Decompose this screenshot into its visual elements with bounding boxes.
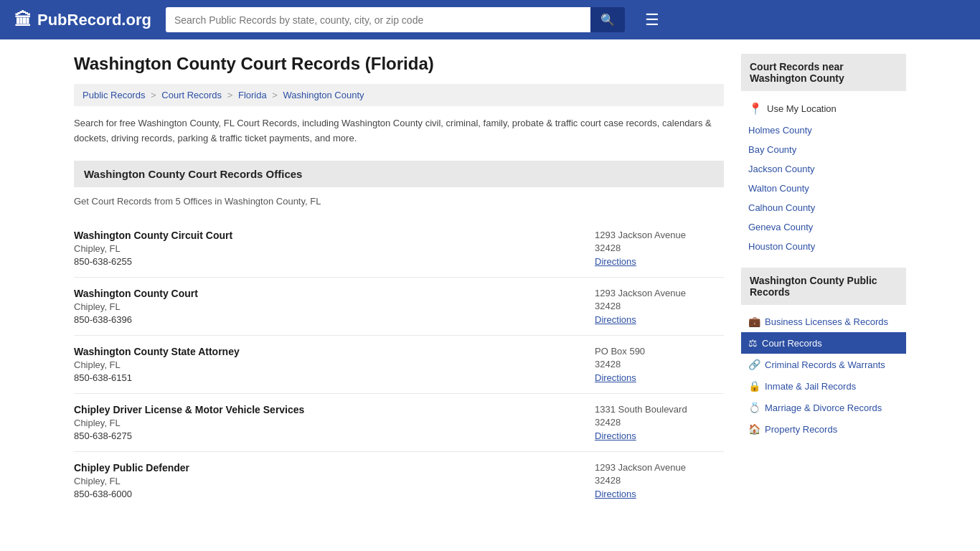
use-location-label: Use My Location [767, 103, 837, 114]
office-right: 1331 South Boulevard 32428 Directions [595, 404, 724, 441]
record-icon: ⚖ [748, 337, 758, 349]
public-record-item[interactable]: 💍 Marriage & Divorce Records [741, 397, 906, 418]
directions-link[interactable]: Directions [595, 489, 636, 499]
office-phone: 850-638-6275 [74, 430, 304, 441]
county-item[interactable]: Calhoun County [741, 198, 906, 217]
search-button[interactable]: 🔍 [590, 7, 625, 32]
county-item[interactable]: Jackson County [741, 159, 906, 179]
county-item[interactable]: Walton County [741, 179, 906, 198]
county-list: Holmes CountyBay CountyJackson CountyWal… [741, 121, 906, 256]
office-left: Washington County State Attorney Chipley… [74, 346, 240, 383]
office-entry: Chipley Driver License & Motor Vehicle S… [74, 394, 724, 452]
office-name: Washington County State Attorney [74, 346, 240, 357]
office-address: PO Box 590 [595, 346, 724, 357]
directions-link[interactable]: Directions [595, 314, 636, 325]
office-zip: 32428 [595, 301, 724, 311]
office-zip: 32428 [595, 475, 724, 486]
office-list: Washington County Circuit Court Chipley,… [74, 220, 724, 509]
breadcrumb-florida[interactable]: Florida [238, 90, 267, 100]
office-entry: Washington County State Attorney Chipley… [74, 336, 724, 394]
record-icon: 🔗 [748, 359, 760, 370]
record-label: Inmate & Jail Records [765, 381, 856, 392]
office-phone: 850-638-6255 [74, 256, 232, 267]
office-left: Washington County Court Chipley, FL 850-… [74, 288, 198, 325]
office-name: Chipley Driver License & Motor Vehicle S… [74, 404, 304, 415]
offices-section-header: Washington County Court Records Offices [74, 161, 724, 187]
page-container: Washington County Court Records (Florida… [60, 39, 920, 524]
office-address: 1331 South Boulevard [595, 404, 724, 415]
nearby-header: Court Records near Washington County [741, 54, 906, 91]
public-records-header: Washington County Public Records [741, 268, 906, 305]
record-label: Marriage & Divorce Records [765, 402, 882, 413]
office-city: Chipley, FL [74, 301, 198, 312]
logo[interactable]: 🏛 PubRecord.org [14, 10, 151, 30]
breadcrumb-washington-county[interactable]: Washington County [283, 90, 364, 100]
header: 🏛 PubRecord.org 🔍 ☰ [0, 0, 980, 39]
breadcrumb: Public Records > Court Records > Florida… [74, 84, 724, 106]
public-record-item[interactable]: ⚖ Court Records [741, 332, 906, 354]
directions-link[interactable]: Directions [595, 372, 636, 383]
sidebar: Court Records near Washington County 📍 U… [741, 54, 906, 509]
office-right: 1293 Jackson Avenue 32428 Directions [595, 288, 724, 325]
office-city: Chipley, FL [74, 359, 240, 370]
office-address: 1293 Jackson Avenue [595, 230, 724, 240]
logo-icon: 🏛 [14, 10, 32, 30]
directions-link[interactable]: Directions [595, 256, 636, 267]
breadcrumb-court-records[interactable]: Court Records [161, 90, 222, 100]
public-record-item[interactable]: 💼 Business Licenses & Records [741, 311, 906, 332]
office-right: 1293 Jackson Avenue 32428 Directions [595, 230, 724, 267]
county-item[interactable]: Geneva County [741, 217, 906, 237]
office-left: Chipley Driver License & Motor Vehicle S… [74, 404, 304, 441]
record-label: Court Records [762, 338, 822, 349]
record-icon: 💼 [748, 316, 760, 327]
office-left: Washington County Circuit Court Chipley,… [74, 230, 232, 267]
office-right: PO Box 590 32428 Directions [595, 346, 724, 383]
public-record-item[interactable]: 🏠 Property Records [741, 418, 906, 440]
office-entry: Washington County Court Chipley, FL 850-… [74, 278, 724, 336]
directions-link[interactable]: Directions [595, 430, 636, 441]
office-left: Chipley Public Defender Chipley, FL 850-… [74, 462, 189, 499]
use-location[interactable]: 📍 Use My Location [741, 97, 906, 121]
county-item[interactable]: Holmes County [741, 121, 906, 140]
record-icon: 💍 [748, 402, 760, 413]
public-record-item[interactable]: 🔗 Criminal Records & Warrants [741, 354, 906, 375]
record-icon: 🔒 [748, 380, 760, 392]
office-entry: Chipley Public Defender Chipley, FL 850-… [74, 452, 724, 509]
office-zip: 32428 [595, 242, 724, 253]
location-icon: 📍 [748, 102, 763, 116]
office-entry: Washington County Circuit Court Chipley,… [74, 220, 724, 278]
record-icon: 🏠 [748, 423, 760, 435]
public-records-list: 💼 Business Licenses & Records ⚖ Court Re… [741, 311, 906, 440]
office-name: Washington County Circuit Court [74, 230, 232, 241]
search-input[interactable] [166, 7, 590, 32]
office-phone: 850-638-6396 [74, 314, 198, 325]
breadcrumb-public-records[interactable]: Public Records [83, 90, 145, 100]
county-item[interactable]: Houston County [741, 237, 906, 256]
record-label: Criminal Records & Warrants [765, 359, 885, 370]
logo-text: PubRecord.org [37, 11, 151, 29]
menu-button[interactable]: ☰ [645, 11, 659, 29]
county-item[interactable]: Bay County [741, 140, 906, 159]
office-address: 1293 Jackson Avenue [595, 462, 724, 473]
office-phone: 850-638-6151 [74, 372, 240, 383]
main-content: Washington County Court Records (Florida… [74, 54, 724, 509]
page-title: Washington County Court Records (Florida… [74, 54, 724, 74]
public-record-item[interactable]: 🔒 Inmate & Jail Records [741, 375, 906, 397]
record-label: Business Licenses & Records [765, 316, 888, 327]
office-city: Chipley, FL [74, 243, 232, 254]
office-city: Chipley, FL [74, 476, 189, 486]
record-label: Property Records [765, 424, 837, 435]
office-zip: 32428 [595, 359, 724, 369]
office-name: Washington County Court [74, 288, 198, 299]
office-phone: 850-638-6000 [74, 489, 189, 499]
public-records-section: Washington County Public Records 💼 Busin… [741, 268, 906, 440]
office-address: 1293 Jackson Avenue [595, 288, 724, 298]
office-city: Chipley, FL [74, 418, 304, 428]
office-name: Chipley Public Defender [74, 462, 189, 474]
office-right: 1293 Jackson Avenue 32428 Directions [595, 462, 724, 499]
page-description: Search for free Washington County, FL Co… [74, 116, 724, 146]
office-zip: 32428 [595, 417, 724, 428]
search-bar: 🔍 [166, 7, 625, 32]
offices-subtext: Get Court Records from 5 Offices in Wash… [74, 196, 724, 207]
